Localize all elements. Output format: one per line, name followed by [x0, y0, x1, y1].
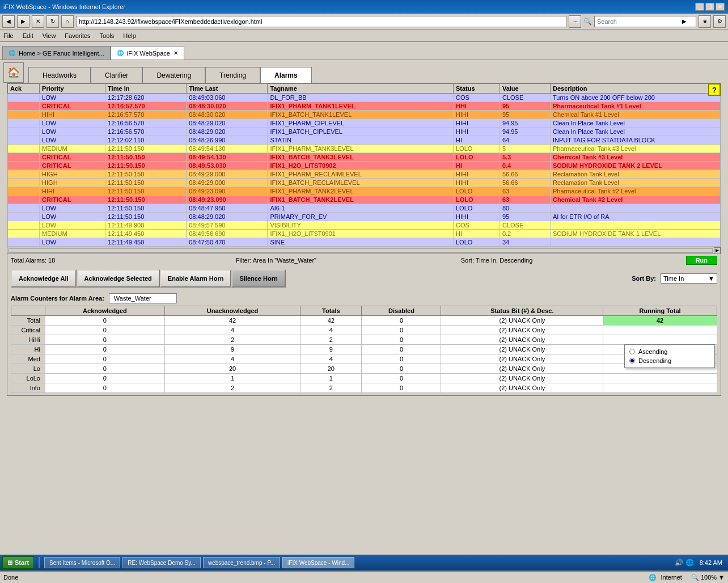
- table-row[interactable]: CRITICAL12:16:57.57008:48:30.020IFIX1_PH…: [8, 102, 721, 111]
- col-status[interactable]: Status: [453, 84, 500, 94]
- table-row[interactable]: HIGH12:11:50.15008:49:29.000IFIX1_PHARM_…: [8, 170, 721, 179]
- taskbar-ifix-webspace[interactable]: iFIX WebSpace - Wind...: [282, 557, 354, 568]
- table-row[interactable]: HIHI12:16:57.57008:48:30.020IFIX1_BATCH_…: [8, 111, 721, 119]
- col-description[interactable]: Description: [551, 84, 721, 94]
- close-button[interactable]: ✕: [716, 3, 725, 11]
- col-ack: Ack: [8, 84, 40, 94]
- col-value[interactable]: Value: [500, 84, 550, 94]
- systray-icons: 🔊 🌐: [675, 559, 693, 567]
- taskbar-webspace-trend[interactable]: webspace_trend.bmp - P...: [203, 557, 280, 568]
- table-row[interactable]: MEDIUM12:11:50.15008:49:54.130IFIX1_PHAR…: [8, 145, 721, 153]
- address-bar[interactable]: [76, 16, 566, 27]
- menu-help[interactable]: Help: [123, 32, 136, 39]
- home-nav-button[interactable]: 🏠: [3, 62, 24, 83]
- status-bar: Total Alarms: 18 Filter: Area In "Waste_…: [7, 254, 721, 266]
- minimize-button[interactable]: _: [695, 3, 704, 11]
- counter-row: Hi0990(2) UNACK Only: [11, 345, 717, 354]
- table-row[interactable]: LOW12:11:49.45008:47:50.470SINELOLO34: [8, 238, 721, 247]
- acknowledge-selected-button[interactable]: Acknowledge Selected: [77, 269, 160, 288]
- tab-ifix[interactable]: 🌐 iFIX WebSpace ✕: [111, 46, 184, 60]
- sort-by-dropdown[interactable]: Time In ▼: [661, 273, 717, 284]
- menu-tools[interactable]: Tools: [100, 32, 115, 39]
- col-time-last[interactable]: Time Last: [187, 84, 268, 94]
- bottom-status-bar: Done 🌐 Internet 🔍 100% ▼: [0, 571, 728, 583]
- window-title: iFIX WebSpace - Windows Internet Explore…: [3, 3, 125, 10]
- restore-button[interactable]: ❐: [705, 3, 714, 11]
- table-row[interactable]: LOW12:12:02.11008:48:26.990STATINHI64INP…: [8, 136, 721, 145]
- alarm-area-label: Alarm Counters for Alarm Area:: [11, 295, 104, 302]
- taskbar-re-webspace[interactable]: RE: WebSpace Demo Sy...: [122, 557, 201, 568]
- menu-file[interactable]: File: [3, 32, 14, 39]
- menu-bar: File Edit View Favorites Tools Help: [0, 29, 728, 42]
- table-row[interactable]: LOW12:17:28.62008:49:03.060DL_FOR_BBCOSC…: [8, 94, 721, 102]
- table-row[interactable]: LOW12:16:56.57008:48:29.020IFIX1_BATCH_C…: [8, 128, 721, 136]
- url-input[interactable]: [79, 18, 564, 25]
- taskbar-sent-items[interactable]: Sent Items - Microsoft O...: [44, 557, 120, 568]
- status-right: 🌐 Internet 🔍 100% ▼: [649, 574, 725, 581]
- sort-ascending-option[interactable]: Ascending: [626, 347, 713, 356]
- favorites-button[interactable]: ★: [699, 15, 711, 28]
- tools-button[interactable]: ⚙: [713, 15, 726, 28]
- refresh-button[interactable]: ↻: [46, 15, 59, 28]
- table-row[interactable]: CRITICAL12:11:50.15008:49:53.030IFIX1_H2…: [8, 162, 721, 170]
- taskbar: ⊞ Start Sent Items - Microsoft O... RE: …: [0, 555, 728, 571]
- stop-button[interactable]: ✕: [32, 15, 44, 28]
- table-row[interactable]: HIGH12:11:50.15008:49:29.000IFIX1_BATCH_…: [8, 179, 721, 187]
- col-running-total: Running Total: [603, 306, 717, 316]
- tab-dewatering[interactable]: Dewatering: [142, 67, 205, 83]
- alarm-table-container[interactable]: Ack Priority Time In Time Last Tagname S…: [7, 83, 721, 247]
- title-bar: iFIX WebSpace - Windows Internet Explore…: [0, 0, 728, 14]
- internet-icon: 🌐: [649, 574, 657, 581]
- help-button[interactable]: ?: [708, 83, 721, 96]
- tab-trending[interactable]: Trending: [205, 67, 260, 83]
- table-row[interactable]: HIHI12:11:50.15008:49:23.090IFIX1_PHARM_…: [8, 187, 721, 196]
- start-button[interactable]: ⊞ Start: [2, 556, 34, 569]
- start-icon: ⊞: [7, 559, 12, 567]
- status-text: Done: [3, 574, 649, 581]
- taskbar-right: 🔊 🌐 8:42 AM: [675, 559, 726, 567]
- table-row[interactable]: LOW12:11:50.15008:48:29.020PRIMARY_FOR_E…: [8, 213, 721, 221]
- filter-status: Filter: Area In "Waste_Water": [236, 257, 461, 264]
- table-row[interactable]: CRITICAL12:11:50.15008:49:23.090IFIX1_BA…: [8, 196, 721, 204]
- menu-favorites[interactable]: Favorites: [65, 32, 90, 39]
- radio-ascending[interactable]: [629, 349, 635, 354]
- table-row[interactable]: LOW12:16:56.57008:48:29.020IFIX1_PHARM_C…: [8, 119, 721, 128]
- tab-close-icon[interactable]: ✕: [173, 50, 178, 56]
- run-button[interactable]: Run: [686, 256, 717, 265]
- silence-horn-button[interactable]: Silence Horn: [231, 269, 285, 288]
- menu-edit[interactable]: Edit: [23, 32, 33, 39]
- tab-home[interactable]: 🌐 Home > GE Fanuc Intelligent...: [2, 46, 111, 60]
- menu-view[interactable]: View: [43, 32, 56, 39]
- table-row[interactable]: MEDIUM12:11:49.45008:49:56.690IFIX1_H2O_…: [8, 230, 721, 238]
- dropdown-arrow-icon: ▼: [708, 275, 714, 282]
- back-button[interactable]: ◀: [2, 15, 15, 28]
- search-input[interactable]: [597, 18, 682, 25]
- tab-headworks[interactable]: Headworks: [28, 67, 91, 83]
- sort-descending-option[interactable]: Descending: [626, 356, 713, 365]
- tab-alarms[interactable]: Alarms: [260, 67, 312, 83]
- window-controls[interactable]: _ ❐ ✕: [695, 3, 725, 11]
- search-box[interactable]: ▶: [594, 16, 696, 27]
- counter-row: Total042420(2) UNACK Only42: [11, 316, 717, 326]
- table-row[interactable]: LOW12:11:50.15008:48:47.950AI6-1LOLO80: [8, 204, 721, 213]
- search-icon: 🔍: [583, 18, 592, 26]
- radio-descending[interactable]: [629, 358, 635, 364]
- counter-row: HiHi0220(2) UNACK Only: [11, 335, 717, 345]
- col-time-in[interactable]: Time In: [105, 84, 187, 94]
- search-submit-icon[interactable]: ▶: [682, 18, 687, 24]
- table-row[interactable]: LOW12:11:49.90008:49:57.590VISIBILITYCOS…: [8, 221, 721, 230]
- home-button[interactable]: ⌂: [61, 15, 74, 28]
- acknowledge-all-button[interactable]: Acknowledge All: [11, 269, 77, 288]
- alarm-area-value: Waste_Water: [109, 293, 177, 303]
- counter-row: Info0220(2) UNACK Only: [11, 383, 717, 393]
- enable-alarm-horn-button[interactable]: Enable Alarm Horn: [160, 269, 232, 288]
- go-button[interactable]: →: [569, 15, 581, 28]
- tab-clarifier[interactable]: Clarifier: [91, 67, 142, 83]
- clock: 8:42 AM: [696, 559, 726, 566]
- col-priority: Priority: [40, 84, 105, 94]
- table-row[interactable]: CRITICAL12:11:50.15008:49:54.130IFIX1_BA…: [8, 153, 721, 162]
- sort-order-popup: Ascending Descending: [624, 344, 715, 368]
- col-tagname[interactable]: Tagname: [268, 84, 454, 94]
- zoom-level: 🔍 100% ▼: [691, 574, 725, 581]
- forward-button[interactable]: ▶: [17, 15, 29, 28]
